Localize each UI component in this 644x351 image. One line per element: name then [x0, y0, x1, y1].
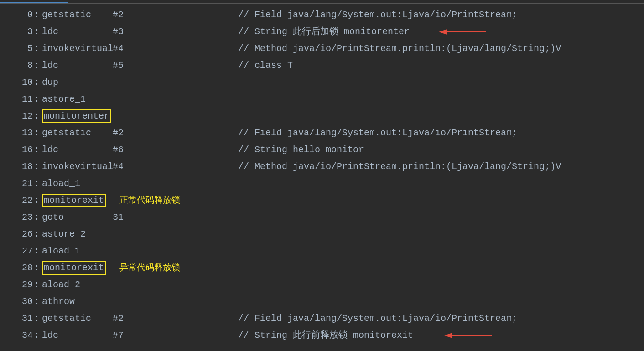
colon: : — [33, 141, 42, 158]
colon: : — [33, 74, 42, 91]
colon: : — [33, 158, 42, 175]
instruction-cell: monitorenter — [42, 108, 113, 124]
arrow-annotation-icon — [437, 28, 487, 36]
operand: #4 — [113, 158, 238, 175]
offset: 22 — [0, 192, 33, 209]
offset: 34 — [0, 327, 33, 344]
annotation-note: 正常代码释放锁 — [119, 195, 180, 205]
instruction: athrow — [42, 296, 75, 307]
instruction: ldc — [42, 145, 58, 155]
highlight-box: monitorexit — [42, 261, 106, 275]
instruction: aload_1 — [42, 178, 80, 189]
comment: // String 此行前释放锁 monitorexit — [238, 327, 413, 344]
bytecode-listing[interactable]: 0:getstatic#2// Field java/lang/System.o… — [0, 4, 644, 344]
instruction-cell: aload_1 — [42, 243, 113, 259]
colon: : — [33, 243, 42, 259]
operand: #5 — [113, 57, 238, 74]
bytecode-line[interactable]: 22:monitorexit正常代码释放锁 — [0, 192, 644, 209]
instruction-cell: ldc — [42, 57, 113, 74]
bytecode-line[interactable]: 5:invokevirtual#4// Method java/io/Print… — [0, 40, 644, 57]
colon: : — [33, 6, 42, 23]
instruction-cell: astore_2 — [42, 226, 113, 243]
offset: 31 — [0, 310, 33, 327]
bytecode-line[interactable]: 0:getstatic#2// Field java/lang/System.o… — [0, 6, 644, 23]
comment: // class T — [238, 57, 293, 74]
annotation-note: 异常代码释放锁 — [119, 263, 180, 272]
bytecode-line[interactable]: 29:aload_2 — [0, 276, 644, 293]
instruction-cell: goto — [42, 209, 113, 226]
operand: #3 — [113, 23, 238, 40]
instruction-cell: aload_1 — [42, 175, 113, 192]
bytecode-line[interactable]: 3:ldc#3// String 此行后加锁 monitorenter — [0, 23, 644, 40]
colon: : — [33, 23, 42, 40]
instruction-cell: getstatic — [42, 310, 113, 327]
comment: // Field java/lang/System.out:Ljava/io/P… — [238, 6, 517, 23]
instruction-cell: invokevirtual — [42, 158, 113, 175]
offset: 16 — [0, 141, 33, 158]
bytecode-line[interactable]: 11:astore_1 — [0, 91, 644, 108]
colon: : — [33, 327, 42, 344]
instruction: getstatic — [42, 10, 91, 20]
bytecode-line[interactable]: 21:aload_1 — [0, 175, 644, 192]
colon: : — [33, 40, 42, 57]
bytecode-line[interactable]: 28:monitorexit异常代码释放锁 — [0, 259, 644, 276]
instruction-cell: astore_1 — [42, 91, 113, 108]
bytecode-line[interactable]: 23:goto31 — [0, 209, 644, 226]
comment: // Method java/io/PrintStream.println:(L… — [238, 40, 561, 57]
colon: : — [33, 276, 42, 293]
colon: : — [33, 175, 42, 192]
bytecode-line[interactable]: 10:dup — [0, 74, 644, 91]
offset: 30 — [0, 293, 33, 310]
offset: 26 — [0, 226, 33, 243]
instruction-cell: monitorexit正常代码释放锁 — [42, 192, 180, 209]
svg-marker-1 — [439, 29, 447, 35]
bytecode-line[interactable]: 16:ldc#6// String hello monitor — [0, 141, 644, 158]
bytecode-line[interactable]: 30:athrow — [0, 293, 644, 310]
bytecode-line[interactable]: 18:invokevirtual#4// Method java/io/Prin… — [0, 158, 644, 175]
offset: 0 — [0, 6, 33, 23]
bytecode-line[interactable]: 26:astore_2 — [0, 226, 644, 243]
comment: // Method java/io/PrintStream.println:(L… — [238, 158, 561, 175]
instruction: astore_2 — [42, 229, 86, 239]
instruction: goto — [42, 212, 64, 222]
operand: #7 — [113, 327, 238, 344]
bytecode-line[interactable]: 12:monitorenter — [0, 108, 644, 124]
instruction: aload_1 — [42, 246, 80, 256]
colon: : — [33, 293, 42, 310]
highlight-box: monitorenter — [42, 109, 111, 123]
instruction-cell: getstatic — [42, 6, 113, 23]
offset: 12 — [0, 108, 33, 124]
arrow-annotation-icon — [442, 331, 493, 340]
offset: 3 — [0, 23, 33, 40]
colon: : — [33, 91, 42, 108]
active-tab-indicator — [0, 2, 68, 3]
offset: 11 — [0, 91, 33, 108]
instruction-cell: ldc — [42, 327, 113, 344]
operand: #6 — [113, 141, 238, 158]
operand: 31 — [113, 209, 238, 226]
colon: : — [33, 124, 42, 141]
tab-strip — [0, 0, 644, 4]
bytecode-line[interactable]: 34:ldc#7// String 此行前释放锁 monitorexit — [0, 327, 644, 344]
offset: 13 — [0, 124, 33, 141]
instruction: ldc — [42, 26, 58, 37]
instruction: invokevirtual — [42, 43, 113, 54]
offset: 5 — [0, 40, 33, 57]
offset: 27 — [0, 243, 33, 259]
bytecode-line[interactable]: 13:getstatic#2// Field java/lang/System.… — [0, 124, 644, 141]
colon: : — [33, 209, 42, 226]
offset: 28 — [0, 259, 33, 276]
comment: // Field java/lang/System.out:Ljava/io/P… — [238, 124, 517, 141]
instruction: getstatic — [42, 128, 91, 138]
offset: 10 — [0, 74, 33, 91]
highlight-box: monitorexit — [42, 194, 106, 207]
bytecode-line[interactable]: 31:getstatic#2// Field java/lang/System.… — [0, 310, 644, 327]
offset: 29 — [0, 276, 33, 293]
bytecode-line[interactable]: 27:aload_1 — [0, 243, 644, 259]
colon: : — [33, 310, 42, 327]
colon: : — [33, 226, 42, 243]
offset: 8 — [0, 57, 33, 74]
instruction-cell: ldc — [42, 23, 113, 40]
instruction-cell: monitorexit异常代码释放锁 — [42, 259, 180, 276]
bytecode-line[interactable]: 8:ldc#5// class T — [0, 57, 644, 74]
